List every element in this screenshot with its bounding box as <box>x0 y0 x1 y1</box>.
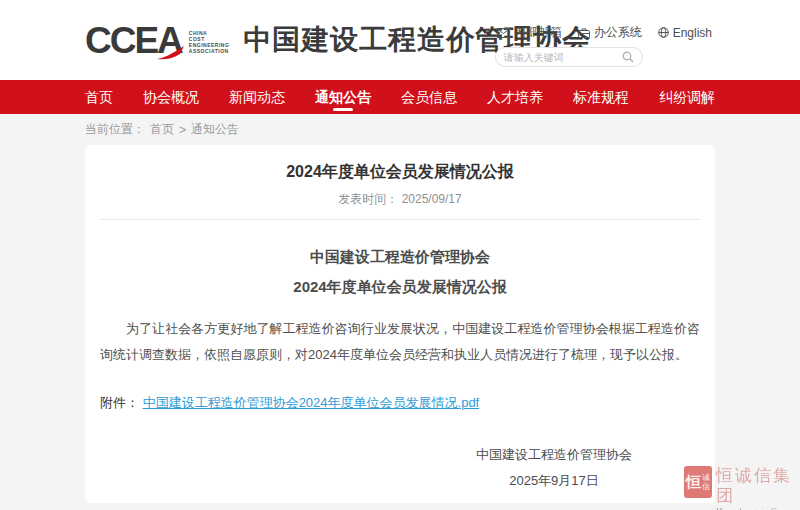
breadcrumb-separator: > <box>179 123 186 137</box>
nav-item-standards[interactable]: 标准规程 <box>573 80 629 114</box>
breadcrumb-current-link[interactable]: 通知公告 <box>191 121 239 138</box>
signature-date: 2025年9月17日 <box>476 468 632 494</box>
top-header: CCEA CHINA COST ENGINEERING ASSOCIATION … <box>0 0 800 80</box>
stamp-char: 恒 <box>686 473 701 492</box>
doc-heading-org: 中国建设工程造价管理协会 <box>100 246 700 268</box>
doc-paragraph: 为了让社会各方更好地了解工程造价咨询行业发展状况，中国建设工程造价管理协会根据工… <box>100 316 700 368</box>
internal-mail-label: 内部邮箱 <box>514 24 562 41</box>
article-title: 2024年度单位会员发展情况公报 <box>100 161 700 183</box>
publish-date: 2025/09/17 <box>402 192 462 206</box>
signature-block: 中国建设工程造价管理协会 2025年9月17日 <box>476 442 632 494</box>
attachment-label: 附件： <box>100 395 139 410</box>
article-card: 2024年度单位会员发展情况公报 发表时间： 2025/09/17 中国建设工程… <box>85 145 715 503</box>
nav-item-about[interactable]: 协会概况 <box>143 80 199 114</box>
article-publish-meta: 发表时间： 2025/09/17 <box>100 192 700 206</box>
ccea-logo-subtext: CHINA COST ENGINEERING ASSOCIATION <box>189 30 230 54</box>
breadcrumb-prefix: 当前位置： <box>85 121 145 138</box>
logo-red-swoosh-icon <box>156 45 186 61</box>
nav-item-notices[interactable]: 通知公告 <box>315 80 371 114</box>
stamp-char: 信 <box>702 482 710 491</box>
logo-subtext-line: ASSOCIATION <box>189 48 230 54</box>
nav-item-news[interactable]: 新闻动态 <box>229 80 285 114</box>
doc-heading-title: 2024年度单位会员发展情况公报 <box>100 276 700 298</box>
nav-item-training[interactable]: 人才培养 <box>487 80 543 114</box>
breadcrumb: 当前位置： 首页 > 通知公告 <box>0 114 800 145</box>
search-button[interactable] <box>622 51 634 63</box>
search-input[interactable] <box>504 52 622 63</box>
quick-links: 内部邮箱 办公系统 English <box>495 24 712 41</box>
ccea-logo[interactable]: CCEA CHINA COST ENGINEERING ASSOCIATION <box>85 22 229 59</box>
watermark-text: 恒诚信集团 Hengchengxin Group <box>716 466 800 510</box>
globe-icon <box>658 27 669 38</box>
attachment-row: 附件： 中国建设工程造价管理协会2024年度单位会员发展情况.pdf <box>100 394 700 412</box>
breadcrumb-home-link[interactable]: 首页 <box>150 121 174 138</box>
main-nav: 首页 协会概况 新闻动态 通知公告 会员信息 人才培养 标准规程 纠纷调解 <box>0 80 800 114</box>
stamp-char: 诚 <box>702 473 710 482</box>
mail-icon <box>497 28 510 38</box>
search-box <box>495 47 643 67</box>
nav-item-dispute[interactable]: 纠纷调解 <box>659 80 715 114</box>
hengchengxin-stamp-icon: 恒 诚 信 <box>684 466 712 498</box>
watermark-name-cn: 恒诚信集团 <box>716 466 800 506</box>
english-label: English <box>673 26 712 40</box>
title-divider <box>100 219 700 220</box>
nav-item-members[interactable]: 会员信息 <box>401 80 457 114</box>
english-link[interactable]: English <box>658 26 712 40</box>
search-icon <box>622 51 634 63</box>
publish-label: 发表时间： <box>338 192 398 206</box>
ccea-logo-acronym: CCEA <box>85 22 182 59</box>
office-system-link[interactable]: 办公系统 <box>578 24 642 41</box>
internal-mail-link[interactable]: 内部邮箱 <box>497 24 562 41</box>
office-system-label: 办公系统 <box>594 24 642 41</box>
signature-org: 中国建设工程造价管理协会 <box>476 442 632 468</box>
hengchengxin-watermark: 恒 诚 信 恒诚信集团 Hengchengxin Group <box>684 466 800 510</box>
attachment-pdf-link[interactable]: 中国建设工程造价管理协会2024年度单位会员发展情况.pdf <box>143 395 480 410</box>
header-utilities: 内部邮箱 办公系统 English <box>495 24 712 67</box>
office-icon <box>578 28 590 38</box>
nav-item-home[interactable]: 首页 <box>85 80 113 114</box>
watermark-name-en: Hengchengxin Group <box>716 506 800 510</box>
